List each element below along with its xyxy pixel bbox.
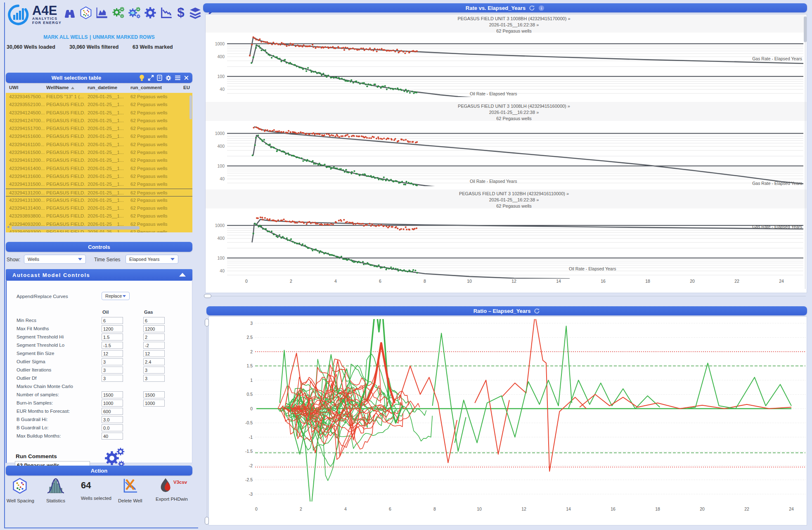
controls-header: Controls bbox=[6, 242, 192, 252]
binoculars-icon[interactable] bbox=[63, 6, 77, 20]
b-guardrail-lo--oil-input[interactable] bbox=[102, 424, 123, 431]
table-row[interactable]: 423294131600...PEGASUS FIELD...2026-01-2… bbox=[6, 173, 192, 180]
svg-text:40: 40 bbox=[220, 87, 225, 92]
export-phdwin-button[interactable]: V3csv Export PHDwin bbox=[155, 477, 188, 502]
table-row[interactable]: 423294161100...PEGASUS FIELD...2026-01-2… bbox=[6, 141, 192, 149]
dollar-icon[interactable]: $ bbox=[175, 6, 186, 20]
table-row[interactable]: 423294124700...PEGASUS FIELD...2026-01-2… bbox=[6, 117, 192, 125]
outlier-sigma-gas-input[interactable] bbox=[143, 358, 165, 365]
svg-text:24: 24 bbox=[789, 506, 794, 511]
outlier-iterations-gas-input[interactable] bbox=[143, 367, 165, 374]
segment-threshold-hi-oil-input[interactable] bbox=[102, 334, 123, 341]
info-icon[interactable]: i bbox=[538, 5, 544, 11]
table-row[interactable]: 423294131400...PEGASUS FIELD...2026-01-2… bbox=[6, 204, 192, 212]
gears-mc-icon[interactable]: MC bbox=[127, 6, 141, 20]
col-run-datetime[interactable]: run_datetime bbox=[88, 85, 117, 90]
decline-chart-icon[interactable] bbox=[159, 6, 173, 20]
table-row[interactable]: 423293457500...FIELDS "13" 1 (...2026-01… bbox=[6, 93, 192, 101]
eur-months-to-forecast--oil-input[interactable] bbox=[102, 408, 123, 415]
well-spacing-icon[interactable] bbox=[79, 6, 93, 20]
chevron-down-icon bbox=[78, 258, 82, 260]
col-wellname[interactable]: WellName bbox=[46, 85, 74, 90]
well-spacing-button[interactable]: Well Spacing bbox=[7, 477, 33, 503]
burn-in-samples--gas-input[interactable] bbox=[143, 400, 165, 407]
segment-bin-size-gas-input[interactable] bbox=[143, 350, 165, 357]
min-recs-oil-input[interactable] bbox=[102, 317, 123, 324]
layers-icon[interactable] bbox=[188, 6, 202, 20]
col-eu[interactable]: EU bbox=[183, 85, 190, 90]
ratio-panel-title: Ratio – Elapsed_Years bbox=[473, 308, 531, 314]
segment-threshold-hi-gas-input[interactable] bbox=[143, 334, 165, 341]
document-icon[interactable] bbox=[157, 75, 162, 81]
table-vscrollbar[interactable] bbox=[189, 95, 192, 119]
list-icon[interactable] bbox=[175, 75, 181, 80]
max-fit-months-gas-input[interactable] bbox=[143, 325, 165, 332]
number-of-samples--gas-input[interactable] bbox=[143, 391, 165, 398]
autocast-header[interactable]: Autocast Model Controls bbox=[6, 269, 192, 281]
table-row[interactable]: 423294131200...PEGASUS FIELD...2026-01-2… bbox=[6, 189, 192, 196]
unmark-marked-rows-link[interactable]: UNMARK MARKED ROWS bbox=[93, 34, 155, 40]
table-gear-icon[interactable] bbox=[165, 75, 172, 81]
col-uwi[interactable]: UWI bbox=[9, 85, 18, 90]
outlier-sigma-oil-input[interactable] bbox=[102, 358, 123, 365]
well-table-title: Well selection table bbox=[52, 75, 101, 81]
close-icon[interactable] bbox=[184, 75, 189, 80]
table-hscrollbar[interactable]: ◀ bbox=[6, 226, 187, 230]
table-row[interactable]: 423294161200...PEGASUS FIELD...2026-01-2… bbox=[6, 156, 192, 164]
table-row[interactable]: 423294131500...PEGASUS FIELD...2026-01-2… bbox=[6, 180, 192, 188]
append-replace-select[interactable]: Replace bbox=[102, 292, 130, 300]
burn-in-samples--oil-input[interactable] bbox=[102, 400, 123, 407]
gears-green-icon[interactable] bbox=[111, 6, 125, 20]
ratio-vslider-bottom-handle[interactable] bbox=[205, 517, 209, 525]
lightbulb-icon[interactable] bbox=[139, 74, 145, 81]
autocast-param-row: Number of samples: bbox=[7, 391, 192, 400]
time-series-label: Time Series bbox=[94, 257, 121, 263]
show-select[interactable]: Wells bbox=[24, 255, 86, 264]
segment-bin-size-oil-input[interactable] bbox=[102, 350, 123, 357]
collapse-icon[interactable] bbox=[179, 273, 186, 277]
svg-text:0: 0 bbox=[255, 506, 258, 511]
param-label: Outlier Sigma bbox=[17, 359, 45, 364]
col-run-comment[interactable]: run_comment bbox=[130, 85, 162, 90]
table-row[interactable]: 423294124500...PEGASUS FIELD...2026-01-2… bbox=[6, 109, 192, 117]
rate-hslider-handle[interactable] bbox=[204, 294, 211, 298]
rate-vscrollbar[interactable] bbox=[804, 17, 807, 42]
well-table-header: Well selection table bbox=[6, 73, 192, 83]
app-logo: A4E ANALYTICS FOR ENERGY bbox=[7, 4, 62, 26]
mark-all-wells-link[interactable]: MARK ALL WELLS bbox=[43, 34, 88, 40]
svg-text:400: 400 bbox=[217, 144, 225, 149]
area-chart-icon[interactable] bbox=[95, 6, 109, 20]
table-row[interactable]: 423293552100...PEGASUS FIELD...2026-01-2… bbox=[6, 101, 192, 109]
ratio-chart-svg[interactable]: 32.521.510.50-0.5-1-1.5-2-2.5-3024681012… bbox=[209, 317, 807, 525]
rate-panel-header: Rate vs. Elapsed_Years i bbox=[203, 3, 807, 12]
time-series-select[interactable]: Elapsed Years bbox=[125, 255, 178, 264]
delete-well-button[interactable]: Delete Well bbox=[118, 477, 142, 503]
statistics-button[interactable]: Statistics bbox=[43, 477, 69, 503]
max-buildup-months--oil-input[interactable] bbox=[102, 433, 123, 440]
b-guardrail-hi--oil-input[interactable] bbox=[102, 416, 123, 423]
svg-text:PEGASUS FIELD UNIT 3 1008BH (4: PEGASUS FIELD UNIT 3 1008BH (42329415170… bbox=[457, 16, 570, 21]
well-spacing-label: Well Spacing bbox=[7, 498, 33, 503]
max-fit-months-oil-input[interactable] bbox=[102, 325, 123, 332]
table-row[interactable]: 423294151600...PEGASUS FIELD...2026-01-2… bbox=[6, 132, 192, 140]
cell-dt: 2026-01-25__1... bbox=[88, 180, 129, 188]
well-selection-table-panel: Well selection table bbox=[6, 73, 192, 239]
segment-threshold-lo-oil-input[interactable] bbox=[102, 342, 123, 349]
table-row[interactable]: 423294131300...PEGASUS FIELD...2026-01-2… bbox=[6, 196, 192, 204]
ratio-vslider-top-handle[interactable] bbox=[205, 319, 209, 327]
refresh-icon[interactable] bbox=[529, 5, 535, 11]
outlier-iterations-oil-input[interactable] bbox=[102, 367, 123, 374]
number-of-samples--oil-input[interactable] bbox=[102, 391, 123, 398]
rate-chart-svg[interactable]: PEGASUS FIELD UNIT 3 1008BH (42329415170… bbox=[206, 14, 807, 293]
min-recs-gas-input[interactable] bbox=[143, 317, 165, 324]
table-row[interactable]: 423294161500...PEGASUS FIELD...2026-01-2… bbox=[6, 149, 192, 156]
outlier-df-oil-input[interactable] bbox=[102, 375, 123, 382]
segment-threshold-lo-gas-input[interactable] bbox=[143, 342, 165, 349]
table-row[interactable]: 423294161400...PEGASUS FIELD...2026-01-2… bbox=[6, 165, 192, 173]
refresh-icon[interactable] bbox=[534, 308, 540, 314]
table-row[interactable]: 423294151700...PEGASUS FIELD...2026-01-2… bbox=[6, 125, 192, 132]
outlier-df-gas-input[interactable] bbox=[143, 375, 165, 382]
expand-icon[interactable] bbox=[148, 75, 154, 81]
gear-icon[interactable] bbox=[143, 6, 157, 20]
table-row[interactable]: 423293893800...PEGASUS FIELD...2026-01-2… bbox=[6, 212, 192, 220]
